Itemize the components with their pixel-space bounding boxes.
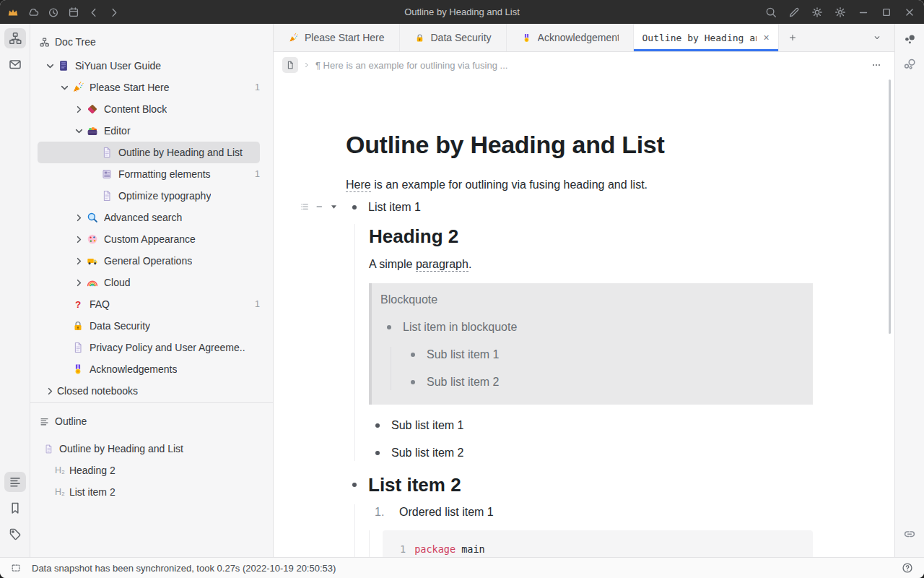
collapse-arrow-icon[interactable] bbox=[330, 203, 338, 211]
more-button[interactable] bbox=[867, 59, 886, 71]
help-icon[interactable] bbox=[901, 561, 914, 574]
editor-scrollbar[interactable] bbox=[889, 79, 891, 334]
new-tab-button[interactable] bbox=[779, 24, 806, 51]
tab-acknowledgements[interactable]: Acknowledgements bbox=[507, 24, 634, 51]
list-item-2-block: List item 2 1. Ordered list item 1 1pack… bbox=[346, 473, 813, 557]
chevron-right-icon[interactable] bbox=[72, 103, 86, 115]
chevron-down-icon[interactable] bbox=[43, 60, 57, 72]
code-block[interactable]: 1package main bbox=[383, 530, 813, 557]
titlebar[interactable]: Outline by Heading and List bbox=[0, 0, 924, 24]
breadcrumb-doc-button[interactable] bbox=[282, 57, 298, 73]
tab-outline-by-heading-and-list[interactable]: Outline by Heading and List× bbox=[634, 24, 779, 51]
tree-item-label: Please Start Here bbox=[90, 82, 170, 93]
outline-item-label: Heading 2 bbox=[69, 465, 116, 476]
tree-item-editor[interactable]: Editor bbox=[38, 120, 260, 142]
filetree-dock-button[interactable] bbox=[4, 28, 26, 48]
tree-item-general-operations[interactable]: General Operations bbox=[38, 250, 260, 272]
tab-please-start-here[interactable]: Please Start Here bbox=[274, 24, 400, 51]
breadcrumb-segment[interactable]: ¶ Here is an example for outlining via f… bbox=[315, 60, 507, 71]
tree-item-optimize-typography[interactable]: Optimize typography bbox=[38, 185, 260, 207]
close-icon[interactable]: × bbox=[764, 32, 770, 43]
edit-button[interactable] bbox=[783, 3, 806, 22]
global-graph-icon bbox=[902, 57, 917, 72]
close-button[interactable] bbox=[898, 3, 921, 22]
tree-item-acknowledgements[interactable]: Acknowledgements bbox=[38, 358, 260, 380]
outline-icon bbox=[39, 416, 50, 427]
outline-item-heading-2[interactable]: H₂Heading 2 bbox=[30, 460, 273, 481]
maximize-button[interactable] bbox=[875, 3, 898, 22]
tree-item-content-block[interactable]: Content Block bbox=[38, 98, 260, 120]
tree-item-formatting-elements[interactable]: Formatting elements1 bbox=[38, 163, 260, 185]
doc-tree-header[interactable]: Doc Tree bbox=[30, 31, 273, 53]
tab-overflow-button[interactable] bbox=[864, 24, 890, 51]
chevron-right-icon[interactable] bbox=[72, 212, 86, 223]
block-dash-icon[interactable] bbox=[315, 202, 325, 212]
minimize-icon bbox=[857, 6, 870, 19]
tree-item-label: Cloud bbox=[104, 277, 131, 288]
heading-level-badge: H₂ bbox=[55, 487, 65, 497]
search-button[interactable] bbox=[759, 3, 783, 22]
tree-item-custom-appearance[interactable]: Custom Appearance bbox=[38, 228, 260, 250]
bookmark-dock-button[interactable] bbox=[4, 498, 26, 518]
tree-item-closed-notebooks[interactable]: Closed notebooks bbox=[38, 380, 260, 402]
graph-dock-button[interactable] bbox=[899, 30, 920, 50]
doc-icon bbox=[100, 189, 113, 202]
outline-icon bbox=[8, 475, 22, 489]
tree-item-siyuan-user-guide[interactable]: SiYuan User Guide bbox=[38, 55, 260, 77]
history-button[interactable] bbox=[43, 3, 64, 22]
chevron-right-icon[interactable] bbox=[72, 233, 86, 245]
settings-button[interactable] bbox=[829, 3, 852, 22]
tree-item-data-security[interactable]: Data Security bbox=[38, 315, 260, 337]
editor[interactable]: Outline by Heading and List Here is an e… bbox=[274, 78, 894, 557]
chevron-right-icon[interactable] bbox=[72, 277, 86, 288]
inbox-dock-button[interactable] bbox=[4, 54, 26, 74]
left-dock-top bbox=[4, 28, 26, 80]
ref-link[interactable]: paragraph bbox=[416, 258, 468, 272]
chevron-down-icon[interactable] bbox=[72, 125, 86, 137]
outline-item-list-item-2[interactable]: H₂List item 2 bbox=[30, 481, 273, 503]
tree-item-faq[interactable]: ?FAQ1 bbox=[38, 293, 260, 315]
theme-button[interactable] bbox=[806, 3, 829, 22]
filetree-icon bbox=[8, 31, 22, 46]
doc-tree-title: Doc Tree bbox=[55, 36, 96, 48]
status-message: Data snapshot has been synchronized, too… bbox=[32, 563, 336, 574]
side-panel: Doc Tree SiYuan User GuidePlease Start H… bbox=[30, 24, 274, 557]
search-icon bbox=[764, 6, 777, 19]
tag-dock-button[interactable] bbox=[4, 524, 26, 544]
ref-link[interactable]: Here bbox=[346, 178, 371, 192]
chevron-placeholder bbox=[87, 147, 100, 158]
tree-item-advanced-search[interactable]: Advanced search bbox=[38, 207, 260, 228]
outline-dock-button[interactable] bbox=[4, 472, 26, 492]
chevron-down-icon bbox=[872, 33, 882, 43]
tree-item-label: Closed notebooks bbox=[57, 385, 138, 397]
daily-note-button[interactable] bbox=[64, 3, 84, 22]
edit-icon bbox=[788, 6, 801, 19]
outline-item-outline-by-heading-and-list[interactable]: Outline by Heading and List bbox=[30, 438, 273, 460]
backlink-dock-button[interactable] bbox=[899, 524, 920, 544]
chevron-down-icon[interactable] bbox=[58, 82, 71, 93]
chocolate-icon bbox=[86, 103, 99, 116]
tree-item-outline-by-heading-and-list[interactable]: Outline by Heading and List bbox=[38, 142, 260, 163]
titlebar-right-toolbar bbox=[759, 0, 921, 24]
chevron-right-icon[interactable] bbox=[72, 255, 86, 267]
global-graph-dock-button[interactable] bbox=[899, 54, 920, 74]
minimize-button[interactable] bbox=[852, 3, 875, 22]
chevron-right-icon[interactable] bbox=[43, 385, 57, 397]
ordered-marker: 1. bbox=[369, 504, 399, 520]
cloud-button[interactable] bbox=[23, 3, 43, 22]
block-gutter[interactable] bbox=[300, 202, 338, 212]
tree-item-cloud[interactable]: Cloud bbox=[38, 272, 260, 293]
doc-text-icon bbox=[100, 168, 113, 181]
tree-item-privacy-policy-and-user-agreeme[interactable]: Privacy Policy and User Agreeme... bbox=[38, 337, 260, 358]
crown-button[interactable] bbox=[3, 3, 23, 22]
outline-header[interactable]: Outline bbox=[30, 410, 273, 432]
block-list-icon[interactable] bbox=[300, 202, 310, 212]
forward-button[interactable] bbox=[104, 3, 124, 22]
doc-chip-icon bbox=[285, 60, 295, 70]
back-button[interactable] bbox=[84, 3, 104, 22]
tree-item-please-start-here[interactable]: Please Start Here1 bbox=[38, 77, 260, 98]
bookmark-icon bbox=[8, 501, 22, 515]
notebook-icon bbox=[57, 59, 70, 72]
tab-data-security[interactable]: Data Security bbox=[400, 24, 507, 51]
graph-icon bbox=[902, 33, 917, 47]
